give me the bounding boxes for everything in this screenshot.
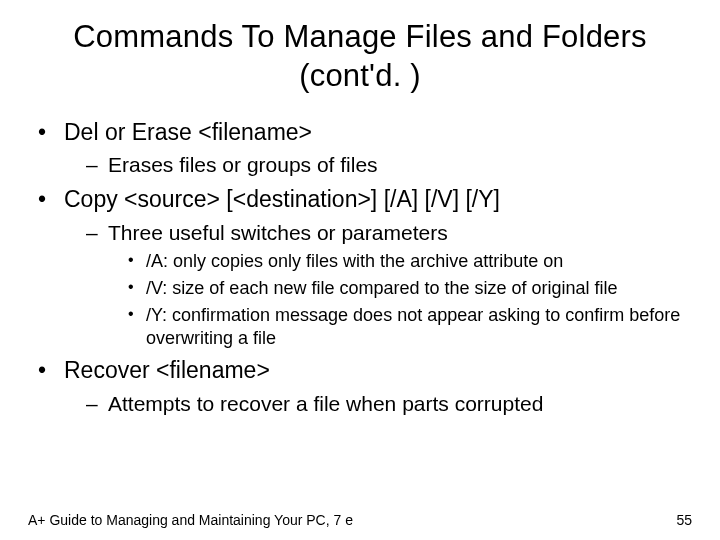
bullet-list-level2: Erases files or groups of files (64, 151, 692, 178)
item-text: Copy <source> [<destination>] [/A] [/V] … (64, 186, 500, 212)
item-text: Attempts to recover a file when parts co… (108, 392, 543, 415)
slide-title: Commands To Manage Files and Folders (co… (28, 18, 692, 96)
slide: Commands To Manage Files and Folders (co… (0, 0, 720, 540)
item-text: Del or Erase <filename> (64, 119, 312, 145)
list-item: Erases files or groups of files (86, 151, 692, 178)
bullet-list-level3: /A: only copies only files with the arch… (108, 250, 692, 350)
list-item: Recover <filename> Attempts to recover a… (36, 356, 692, 417)
list-item: Del or Erase <filename> Erases files or … (36, 118, 692, 179)
footer: A+ Guide to Managing and Maintaining You… (28, 512, 692, 528)
list-item: /V: size of each new file compared to th… (128, 277, 692, 300)
item-text: Recover <filename> (64, 357, 270, 383)
footer-left-text: A+ Guide to Managing and Maintaining You… (28, 512, 353, 528)
item-text: /V: size of each new file compared to th… (146, 278, 618, 298)
list-item: Copy <source> [<destination>] [/A] [/V] … (36, 185, 692, 350)
list-item: Attempts to recover a file when parts co… (86, 390, 692, 417)
page-number: 55 (676, 512, 692, 528)
list-item: Three useful switches or parameters /A: … (86, 219, 692, 350)
item-text: Three useful switches or parameters (108, 221, 448, 244)
list-item: /A: only copies only files with the arch… (128, 250, 692, 273)
bullet-list-level1: Del or Erase <filename> Erases files or … (28, 118, 692, 418)
bullet-list-level2: Three useful switches or parameters /A: … (64, 219, 692, 350)
item-text: /Y: confirmation message does not appear… (146, 305, 680, 348)
item-text: Erases files or groups of files (108, 153, 378, 176)
list-item: /Y: confirmation message does not appear… (128, 304, 692, 350)
bullet-list-level2: Attempts to recover a file when parts co… (64, 390, 692, 417)
item-text: /A: only copies only files with the arch… (146, 251, 563, 271)
